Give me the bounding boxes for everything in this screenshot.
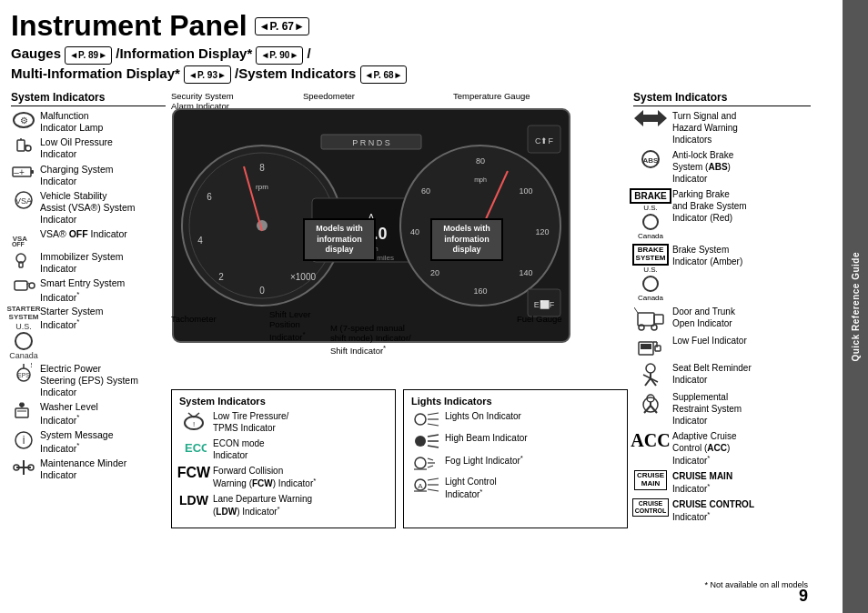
washer-label: Washer LevelIndicator*: [40, 401, 166, 427]
vsa-label: Vehicle StabilityAssist (VSA®) SystemInd…: [40, 190, 166, 226]
fog-light-label: Fog Light Indicator*: [445, 454, 620, 467]
title-ref-badge: ◄ P. 67 ►: [255, 17, 309, 35]
title-text: Instrument Panel: [11, 9, 247, 43]
bottom-indicators: System Indicators !: [171, 389, 628, 528]
svg-point-76: [415, 436, 426, 447]
parking-brake-label: Parking Brakeand Brake SystemIndicator (…: [672, 188, 811, 224]
brake-us-label: U.S.: [643, 204, 658, 212]
multi-display-ref: ◄P. 93►: [184, 65, 231, 84]
list-item: BRAKESYSTEM U.S. Canada Brake SystemIndi…: [633, 244, 811, 302]
brake-system-us-label: U.S.: [643, 266, 658, 274]
svg-text:+: +: [19, 167, 25, 177]
list-item: Turn Signal andHazard WarningIndicators: [633, 110, 811, 146]
right-panel: System Indicators Turn Signal andHazard …: [633, 91, 811, 609]
tpms-icon: !: [179, 410, 208, 430]
brake-system-label: Brake SystemIndicator (Amber): [672, 244, 811, 267]
list-item: Lights On Indicator: [411, 410, 620, 428]
svg-rect-103: [641, 344, 651, 349]
list-item: Low Oil PressureIndicator: [11, 136, 166, 160]
temperature-callout: Temperature Gauge: [453, 91, 530, 101]
list-item: A Light ControlIndicator*: [411, 476, 620, 500]
dashboard-area: Security SystemAlarm Indicator Speedomet…: [171, 91, 628, 382]
svg-rect-97: [638, 313, 654, 326]
svg-text:4: 4: [197, 236, 203, 246]
malfunction-label: MalfunctionIndicator Lamp: [40, 110, 166, 134]
svg-text:ABS: ABS: [643, 156, 660, 165]
svg-text:EPS: EPS: [17, 372, 30, 378]
sidebar-tab: Quick Reference Guide: [843, 0, 868, 613]
eps-label: Electric PowerSteering (EPS) SystemIndic…: [40, 363, 166, 398]
lights-indicators-box-title: Lights Indicators: [411, 396, 620, 407]
svg-text:ECON: ECON: [185, 441, 207, 455]
list-item: ACC Adaptive CruiseControl (ACC)Indicato…: [633, 430, 811, 467]
sys-ind-ref: ◄P. 68►: [360, 65, 408, 84]
subtitle: Gauges ◄P. 89► /Information Display* ◄P.…: [11, 45, 811, 84]
seatbelt-icon: [633, 362, 668, 387]
fcw-label: Forward CollisionWarning (FCW) Indicator…: [213, 465, 388, 489]
ldw-label: Lane Departure Warning(LDW) Indicator*: [213, 493, 388, 518]
cruise-control-icon: CRUISECONTROL: [633, 498, 668, 516]
acc-icon: ACC: [633, 430, 668, 451]
list-item: ECON ECON modeIndicator: [179, 437, 388, 461]
footnote: * Not available on all models: [704, 580, 808, 589]
svg-line-89: [428, 489, 439, 491]
svg-rect-24: [15, 408, 28, 417]
list-item: Low Fuel Indicator: [633, 335, 811, 358]
svg-text:⚙: ⚙: [20, 116, 28, 126]
system-indicators-box-title: System Indicators: [179, 396, 388, 407]
svg-line-79: [428, 446, 439, 447]
list-item: Maintenance MinderIndicator: [11, 457, 166, 481]
svg-text:–: –: [14, 167, 19, 177]
list-item: BRAKE U.S. Canada Parking Brakeand Brake…: [633, 188, 811, 240]
svg-rect-7: [31, 170, 34, 174]
smart-entry-label: Smart Entry SystemIndicator*: [40, 277, 166, 303]
svg-text:0: 0: [259, 286, 265, 296]
svg-text:8: 8: [259, 163, 265, 173]
starter-icon: STARTERSYSTEM U.S. Canada: [11, 306, 36, 360]
charging-icon: + –: [11, 164, 36, 180]
fcw-text: FCW: [177, 465, 210, 481]
srs-icon: [633, 391, 668, 417]
light-control-label: Light ControlIndicator*: [445, 476, 620, 500]
left-panel: System Indicators ⚙ MalfunctionIndicator…: [11, 91, 166, 609]
vsa-off-icon: VSA OFF: [11, 228, 36, 248]
list-item: High Beam Indicator: [411, 432, 620, 450]
lights-on-icon: [411, 410, 440, 428]
list-item: Immobilizer SystemIndicator: [11, 251, 166, 275]
svg-text:!: !: [193, 420, 195, 428]
svg-line-77: [428, 435, 439, 437]
svg-text:C⬆F: C⬆F: [535, 136, 553, 146]
svg-text:A: A: [418, 482, 423, 490]
srs-label: SupplementalRestraint SystemIndicator: [672, 391, 811, 427]
parking-brake-icon: BRAKE U.S. Canada: [633, 188, 668, 240]
subtitle-slash: /: [307, 45, 310, 61]
system-indicators-box: System Indicators !: [171, 389, 396, 528]
econ-icon: ECON: [179, 437, 208, 457]
turn-signal-icon: [633, 110, 668, 126]
m-mode-callout: M (7-speed manualshift mode) Indicator/S…: [330, 323, 411, 356]
svg-point-95: [643, 215, 658, 229]
oil-pressure-label: Low Oil PressureIndicator: [40, 136, 166, 160]
vsa-off-label: VSA® OFF Indicator: [40, 228, 166, 240]
list-item: Door and TrunkOpen Indicator: [633, 306, 811, 331]
svg-line-101: [634, 307, 638, 313]
list-item: VSA OFF VSA® OFF Indicator: [11, 228, 166, 248]
subtitle-sys-ind: /System Indicators: [235, 65, 360, 81]
list-item: Washer LevelIndicator*: [11, 401, 166, 427]
svg-text:rpm: rpm: [256, 183, 268, 191]
page-number: 9: [799, 587, 808, 606]
immobilizer-icon: [11, 251, 36, 269]
starter-label: Starter SystemIndicator*: [40, 306, 166, 331]
svg-text:6: 6: [207, 192, 212, 202]
arrow-right-icon: ►: [294, 20, 305, 33]
svg-line-87: [428, 478, 439, 480]
list-item: Seat Belt ReminderIndicator: [633, 362, 811, 387]
list-item: ! Low Tire Pressure/TPMS Indicator: [179, 410, 388, 434]
list-item: Fog Light Indicator*: [411, 454, 620, 472]
high-beam-label: High Beam Indicator: [445, 432, 620, 444]
door-trunk-label: Door and TrunkOpen Indicator: [672, 306, 811, 329]
svg-point-17: [29, 283, 35, 288]
subtitle-info-display: /Information Display*: [116, 45, 256, 61]
svg-point-80: [415, 457, 426, 468]
list-item: Smart Entry SystemIndicator*: [11, 277, 166, 303]
